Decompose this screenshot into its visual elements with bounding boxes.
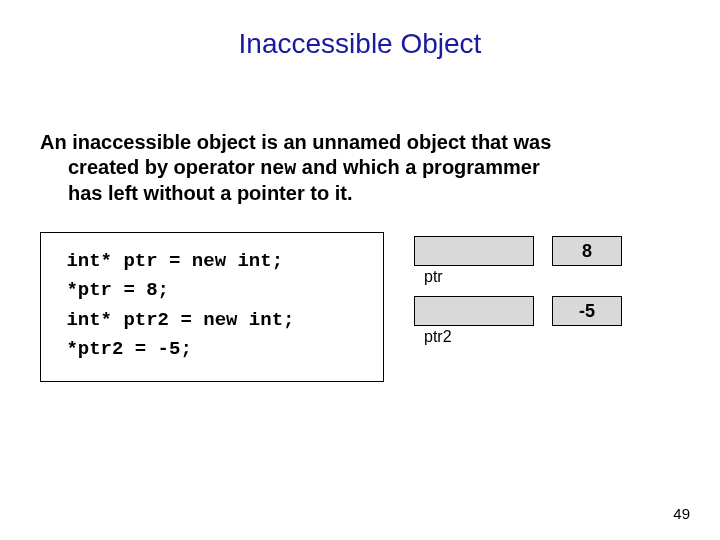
para-line3: has left without a pointer to it. <box>40 181 680 206</box>
ptr2-label: ptr2 <box>414 328 680 354</box>
ptr-label: ptr <box>414 268 680 294</box>
definition-paragraph: An inaccessible object is an unnamed obj… <box>40 130 680 206</box>
slide-title: Inaccessible Object <box>40 28 680 60</box>
para-line2a: created by operator <box>68 156 260 178</box>
page-number: 49 <box>673 505 690 522</box>
ptr2-pointer-box <box>414 296 534 326</box>
ptr-row: 8 <box>414 234 680 268</box>
code-sample: int* ptr = new int; *ptr = 8; int* ptr2 … <box>40 232 384 382</box>
slide: Inaccessible Object An inaccessible obje… <box>0 0 720 540</box>
memory-diagram: 8 ptr -5 ptr2 <box>414 232 680 354</box>
ptr-value-box: 8 <box>552 236 622 266</box>
content-row: int* ptr = new int; *ptr = 8; int* ptr2 … <box>40 232 680 382</box>
para-line2b: and which a programmer <box>296 156 539 178</box>
code-keyword-new: new <box>260 157 296 180</box>
ptr2-value-box: -5 <box>552 296 622 326</box>
ptr-pointer-box <box>414 236 534 266</box>
para-line1: An inaccessible object is an unnamed obj… <box>40 131 551 153</box>
ptr2-row: -5 <box>414 294 680 328</box>
